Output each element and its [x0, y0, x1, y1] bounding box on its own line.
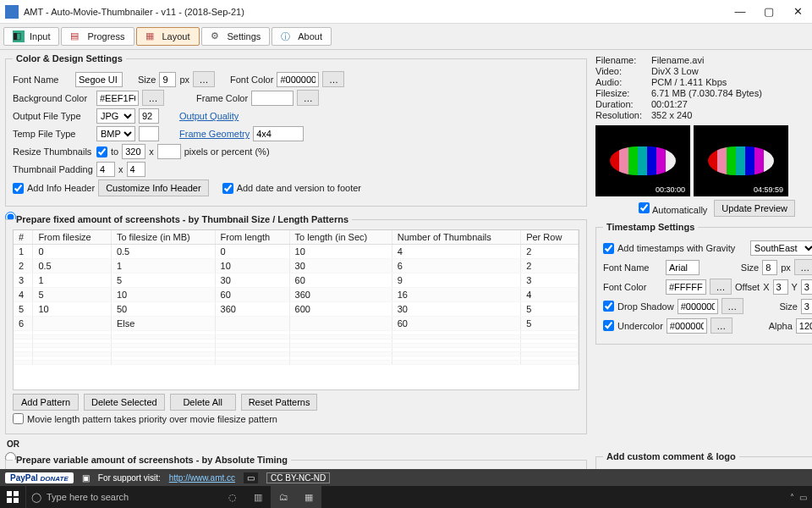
- customize-header-button[interactable]: Customize Info Header: [98, 179, 209, 196]
- auto-update-label[interactable]: Automatically: [639, 202, 707, 215]
- length-priority-check[interactable]: [13, 413, 24, 424]
- table-header[interactable]: From filesize: [33, 230, 112, 245]
- paypal-button[interactable]: PayPal DONATE: [5, 472, 74, 483]
- table-header[interactable]: #: [14, 230, 33, 245]
- bg-color-label: Background Color: [13, 93, 93, 103]
- font-color-input[interactable]: [277, 72, 319, 87]
- monitor-icon[interactable]: ▭: [244, 472, 258, 483]
- font-size-input[interactable]: [159, 72, 176, 87]
- frame-color-input[interactable]: [251, 91, 294, 106]
- ts-size-input[interactable]: [762, 260, 777, 275]
- temp-type-select[interactable]: BMP: [96, 126, 135, 141]
- reset-patterns-button[interactable]: Reset Patterns: [241, 394, 318, 411]
- table-cell: [33, 361, 112, 365]
- app-icon: [5, 5, 19, 19]
- start-button[interactable]: [0, 486, 25, 508]
- table-row[interactable]: 51050360600305: [14, 302, 579, 317]
- console-icon[interactable]: ▣: [82, 473, 90, 483]
- ts-color-button[interactable]: …: [710, 279, 732, 295]
- tab-progress[interactable]: ▤Progress: [61, 27, 134, 46]
- frame-geometry-link[interactable]: Frame Geometry: [179, 129, 250, 139]
- license-badge[interactable]: CC BY-NC-ND: [266, 472, 330, 483]
- off-x-input[interactable]: [773, 279, 788, 295]
- tab-settings[interactable]: ⚙Settings: [201, 27, 271, 46]
- taskbar-search[interactable]: ◯ Type here to search: [25, 486, 220, 508]
- frame-color-button[interactable]: …: [297, 90, 319, 106]
- table-row[interactable]: 451060360164: [14, 288, 579, 302]
- update-preview-button[interactable]: Update Preview: [714, 200, 795, 217]
- table-header[interactable]: Number of Thumbnails: [392, 230, 520, 245]
- drop-color-button[interactable]: …: [721, 298, 743, 314]
- frame-geometry-input[interactable]: [253, 126, 304, 141]
- close-button[interactable]: ✕: [783, 0, 812, 24]
- table-cell: 3: [14, 273, 33, 288]
- table-row[interactable]: 6Else605: [14, 317, 579, 331]
- undercolor-check[interactable]: [603, 320, 614, 331]
- drop-size-input[interactable]: [801, 299, 812, 314]
- undercolor-input[interactable]: [667, 318, 707, 334]
- tray-chevron-icon[interactable]: ˄: [790, 493, 794, 502]
- settings-icon: ⚙: [211, 30, 222, 42]
- output-quality-link[interactable]: Output Quality: [179, 111, 239, 121]
- support-link[interactable]: http://www.amt.cc: [169, 473, 235, 483]
- preview-thumb-1[interactable]: 00:30:00: [595, 125, 690, 196]
- drop-color-input[interactable]: [678, 299, 718, 314]
- px-label: px: [179, 75, 189, 85]
- alpha-input[interactable]: [796, 318, 812, 334]
- bg-color-input[interactable]: [96, 91, 139, 106]
- undercolor-button[interactable]: …: [710, 318, 732, 334]
- resize-w-input[interactable]: [122, 144, 145, 159]
- tab-about[interactable]: ⓘAbout: [272, 27, 332, 46]
- bg-color-button[interactable]: …: [142, 90, 164, 106]
- add-info-label: Add Info Header: [27, 183, 95, 193]
- resize-h-input[interactable]: [157, 144, 181, 159]
- output-quality-input[interactable]: [139, 108, 159, 124]
- table-header[interactable]: To length (in Sec): [289, 230, 392, 245]
- length-priority-label: Movie length pattern takes priority over…: [27, 414, 277, 424]
- delete-selected-button[interactable]: Delete Selected: [84, 394, 165, 411]
- table-header[interactable]: To filesize (in MB): [111, 230, 215, 245]
- layout-icon: ▦: [145, 30, 157, 42]
- ts-color-input[interactable]: [666, 279, 706, 295]
- pad-b-input[interactable]: [127, 162, 145, 177]
- tray-notification-icon[interactable]: ▭: [799, 493, 807, 502]
- app-taskbar-icon[interactable]: ▦: [296, 486, 321, 508]
- audio-value: PCM / 1.411 Kbps: [651, 77, 795, 87]
- table-header[interactable]: From length: [215, 230, 289, 245]
- temp-quality-input[interactable]: [139, 126, 159, 141]
- drop-shadow-check[interactable]: [603, 301, 614, 312]
- preview-thumb-2[interactable]: 04:59:59: [694, 125, 788, 196]
- add-date-check[interactable]: [222, 183, 233, 194]
- tab-layout[interactable]: ▦Layout: [136, 27, 200, 46]
- table-row[interactable]: 315306093: [14, 273, 579, 288]
- gravity-select[interactable]: SouthEast: [750, 240, 812, 256]
- resize-check[interactable]: [96, 146, 107, 157]
- system-tray[interactable]: ˄ ▭: [790, 493, 812, 502]
- tab-input[interactable]: ◧Input: [3, 27, 59, 46]
- font-color-button[interactable]: …: [322, 71, 344, 87]
- task-view-icon[interactable]: ▥: [245, 486, 271, 508]
- add-ts-check[interactable]: [603, 243, 614, 254]
- delete-all-button[interactable]: Delete All: [170, 394, 236, 411]
- minimize-button[interactable]: —: [726, 0, 754, 24]
- add-info-check[interactable]: [13, 183, 24, 194]
- table-row[interactable]: 100.501042: [14, 245, 579, 259]
- output-type-select[interactable]: JPG: [96, 108, 135, 124]
- pad-a-input[interactable]: [96, 162, 115, 177]
- ts-font-input[interactable]: [666, 260, 700, 275]
- table-header[interactable]: Per Row: [521, 230, 579, 245]
- table-row[interactable]: 20.51103062: [14, 259, 579, 273]
- font-picker-button[interactable]: …: [193, 71, 215, 87]
- font-name-input[interactable]: [75, 72, 123, 87]
- table-row[interactable]: [14, 361, 579, 365]
- off-y-input[interactable]: [801, 279, 812, 295]
- ts-font-button[interactable]: …: [794, 259, 812, 275]
- auto-update-check[interactable]: [639, 202, 650, 213]
- cortana-icon[interactable]: ◌: [220, 486, 245, 508]
- video-value: DivX 3 Low: [651, 66, 795, 76]
- patterns-table[interactable]: #From filesizeTo filesize (in MB)From le…: [13, 229, 579, 390]
- maximize-button[interactable]: ▢: [754, 0, 783, 24]
- explorer-icon[interactable]: 🗂: [271, 486, 296, 508]
- add-pattern-button[interactable]: Add Pattern: [13, 394, 79, 411]
- table-cell: 1: [14, 245, 33, 259]
